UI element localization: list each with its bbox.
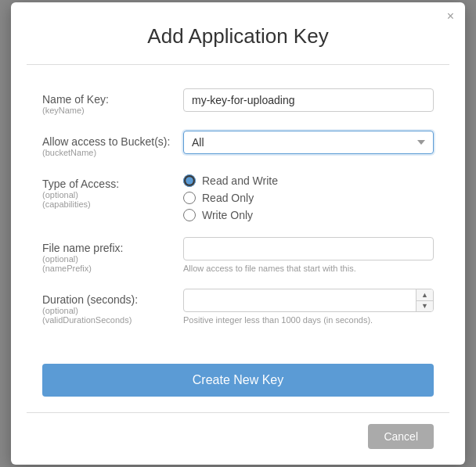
key-name-label-group: Name of Key: (keyName) xyxy=(42,88,183,115)
radio-readwrite-label: Read and Write xyxy=(202,174,278,187)
title-divider xyxy=(27,64,449,65)
prefix-label-group: File name prefix: (optional) (namePrefix… xyxy=(42,237,183,273)
prefix-sublabel: (namePrefix) xyxy=(42,264,183,273)
spinner-buttons: ▲ ▼ xyxy=(416,289,433,311)
bucket-select[interactable]: All xyxy=(183,131,434,154)
radio-writeonly-label: Write Only xyxy=(202,209,253,221)
radio-readonly-input[interactable] xyxy=(183,192,196,204)
radio-readonly[interactable]: Read Only xyxy=(183,192,434,204)
prefix-control: Allow access to file names that start wi… xyxy=(183,237,434,273)
radio-writeonly-input[interactable] xyxy=(183,209,196,221)
modal-title: Add Application Key xyxy=(11,2,465,64)
key-name-control xyxy=(183,88,434,112)
key-name-label: Name of Key: xyxy=(42,93,183,106)
create-key-button[interactable]: Create New Key xyxy=(42,364,434,397)
duration-optional: (optional) xyxy=(42,306,183,315)
bucket-row: Allow access to Bucket(s): (bucketName) … xyxy=(42,131,434,157)
access-label: Type of Access: xyxy=(42,178,183,190)
bucket-sublabel: (bucketName) xyxy=(42,148,183,157)
key-name-sublabel: (keyName) xyxy=(42,106,183,115)
access-control: Read and Write Read Only Write Only xyxy=(183,173,434,221)
prefix-optional: (optional) xyxy=(42,254,183,264)
duration-input-wrap: ▲ ▼ xyxy=(183,289,434,312)
bucket-control: All xyxy=(183,131,434,154)
radio-writeonly[interactable]: Write Only xyxy=(183,209,434,221)
radio-readwrite-input[interactable] xyxy=(183,174,196,187)
modal-footer: Cancel xyxy=(27,412,449,449)
close-button[interactable]: × xyxy=(447,10,454,23)
bucket-label-group: Allow access to Bucket(s): (bucketName) xyxy=(42,131,183,157)
duration-label-group: Duration (seconds): (optional) (validDur… xyxy=(42,289,183,325)
prefix-input[interactable] xyxy=(183,237,434,260)
access-sublabel: (capabilities) xyxy=(42,199,183,209)
spinner-down-button[interactable]: ▼ xyxy=(416,301,433,312)
duration-row: Duration (seconds): (optional) (validDur… xyxy=(42,289,434,325)
prefix-row: File name prefix: (optional) (namePrefix… xyxy=(42,237,434,273)
modal-overlay: × Add Application Key Name of Key: (keyN… xyxy=(0,0,476,467)
duration-input[interactable] xyxy=(183,289,434,312)
duration-sublabel: (validDurationSeconds) xyxy=(42,315,183,325)
form-area: Name of Key: (keyName) Allow access to B… xyxy=(11,81,465,356)
modal-dialog: × Add Application Key Name of Key: (keyN… xyxy=(11,2,465,465)
duration-label: Duration (seconds): xyxy=(42,293,183,306)
access-optional: (optional) xyxy=(42,190,183,199)
duration-hint: Positive integer less than 1000 days (in… xyxy=(183,315,434,325)
bucket-label: Allow access to Bucket(s): xyxy=(42,135,183,148)
radio-readonly-label: Read Only xyxy=(202,192,254,204)
access-label-group: Type of Access: (optional) (capabilities… xyxy=(42,173,183,209)
prefix-label: File name prefix: xyxy=(42,242,183,254)
radio-group: Read and Write Read Only Write Only xyxy=(183,173,434,221)
key-name-input[interactable] xyxy=(183,88,434,112)
spinner-up-button[interactable]: ▲ xyxy=(416,289,433,301)
cancel-button[interactable]: Cancel xyxy=(368,424,434,449)
access-row: Type of Access: (optional) (capabilities… xyxy=(42,173,434,221)
radio-readwrite[interactable]: Read and Write xyxy=(183,174,434,187)
prefix-hint: Allow access to file names that start wi… xyxy=(183,264,434,273)
key-name-row: Name of Key: (keyName) xyxy=(42,88,434,115)
duration-control: ▲ ▼ Positive integer less than 1000 days… xyxy=(183,289,434,325)
